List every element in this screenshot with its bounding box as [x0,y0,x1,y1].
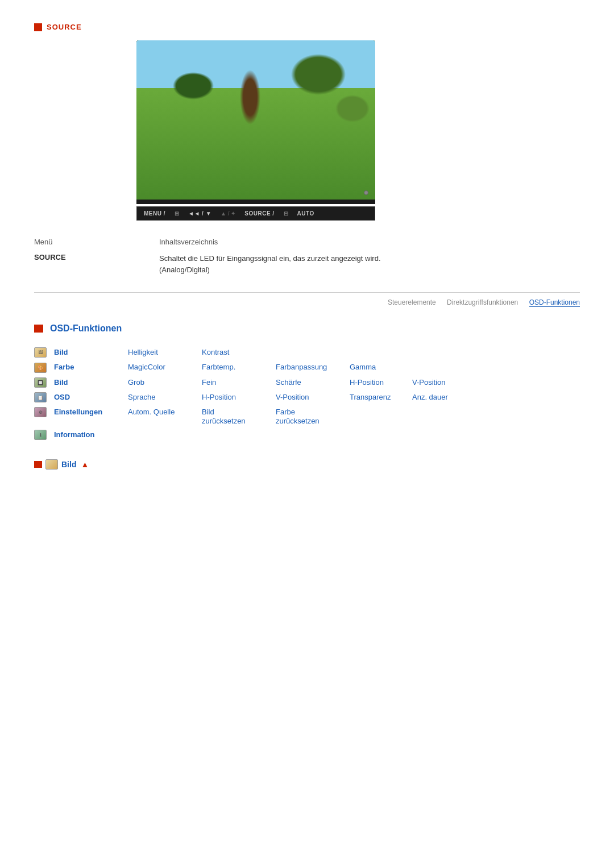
osd-link-bild-zurueck[interactable]: Bildzurücksetzen [202,407,276,425]
bild2-icon: 🔲 [34,377,47,388]
bild-arrow-icon: ▲ [81,460,89,469]
bild-bottom-mini-icon [45,459,58,470]
osd-link-farbe-zurueck[interactable]: Farbezurücksetzen [276,407,350,425]
osd-link-schaerfe[interactable]: Schärfe [276,377,350,387]
ctrl-monitor-icon: ⊟ [284,210,288,217]
source-description-text: Schaltet die LED für Eingangssignal ein,… [159,253,580,275]
ctrl-vol-label: ◄◄ / ▼ [188,210,211,217]
osd-name-bild2: Bild [54,377,128,387]
osd-link-magiccolor[interactable]: MagicColor [128,362,202,371]
ctrl-sep1: ▲ / ✦ [221,210,235,217]
osd-row-information: ℹ Information [34,427,580,442]
osd-link-vposition1[interactable]: V-Position [412,377,475,387]
osd-icon-osd: 📋 [34,392,54,402]
osd-name-farbe: Farbe [54,362,128,371]
osd-row-einstellungen: ⚙ Einstellungen Autom. Quelle Bildzurück… [34,405,580,427]
osd-link-transparenz[interactable]: Transparenz [350,392,412,401]
bild1-icon: 🖼 [34,347,47,358]
osd-link-vposition2[interactable]: V-Position [276,392,350,401]
inhalts-label: Inhaltsverzeichnis [159,238,580,246]
source-header: SOURCE [34,23,580,31]
osd-link-helligkeit[interactable]: Helligkeit [128,347,202,356]
source-icon [34,23,42,31]
osd-name-osd: OSD [54,392,128,401]
osd-link-hposition2[interactable]: H-Position [202,392,276,401]
osd-icon-bild1: 🖼 [34,347,54,358]
monitor-controls-bar: MENU / ⊞ ◄◄ / ▼ ▲ / ✦ SOURCE / ⊟ AUTO [136,206,375,221]
osd-menu-icon: 📋 [34,392,47,402]
osd-section-icon [34,325,43,333]
osd-link-autom-quelle[interactable]: Autom. Quelle [128,407,202,416]
nav-osd[interactable]: OSD-Funktionen [529,298,580,307]
osd-row-bild2: 🔲 Bild Grob Fein Schärfe H-Position V-Po… [34,375,580,390]
source-label: SOURCE [34,253,136,261]
einstellungen-icon: ⚙ [34,407,47,417]
osd-icon-einstellungen: ⚙ [34,407,54,417]
information-icon: ℹ [34,430,47,440]
farbe-icon: 🎨 [34,363,47,373]
monitor-illustration: MENU / ⊞ ◄◄ / ▼ ▲ / ✦ SOURCE / ⊟ AUTO [136,40,375,221]
monitor-screen [136,40,375,200]
osd-name-einstellungen: Einstellungen [54,407,128,416]
nav-direktzugriff[interactable]: Direktzugriffsfunktionen [447,298,518,306]
ctrl-menu-label: MENU / [144,210,165,217]
menu-label: Menü [34,238,136,246]
power-led [364,190,368,195]
osd-icon-farbe: 🎨 [34,362,54,372]
nav-links: Steuerelemente Direktzugriffsfunktionen … [34,292,580,306]
osd-name-bild1: Bild [54,347,128,356]
bild-bottom-link[interactable]: Bild [61,460,76,469]
osd-row-osd: 📋 OSD Sprache H-Position V-Position Tran… [34,390,580,405]
osd-link-kontrast[interactable]: Kontrast [202,347,276,356]
osd-link-fein[interactable]: Fein [202,377,276,387]
osd-row-bild1: 🖼 Bild Helligkeit Kontrast [34,345,580,360]
desc-right: Inhaltsverzeichnis Schaltet die LED für … [159,238,580,275]
osd-link-anzdauer[interactable]: Anz. dauer [412,392,475,401]
ctrl-source-label: SOURCE / [244,210,274,217]
osd-header: OSD-Funktionen [34,323,580,334]
osd-link-farbanpassung[interactable]: Farbanpassung [276,362,350,371]
description-section: Menü SOURCE Inhaltsverzeichnis Schaltet … [34,238,580,275]
nav-steuerelemente[interactable]: Steuerelemente [388,298,436,306]
osd-icon-bild2: 🔲 [34,377,54,388]
osd-link-sprache[interactable]: Sprache [128,392,202,401]
osd-link-grob[interactable]: Grob [128,377,202,387]
osd-section: OSD-Funktionen 🖼 Bild Helligkeit Kontras… [34,323,580,442]
ctrl-grid-icon: ⊞ [175,210,179,217]
osd-title: OSD-Funktionen [50,323,122,334]
monitor-bezel [136,200,375,204]
bild-bottom-square-icon [34,461,42,468]
osd-row-farbe: 🎨 Farbe MagicColor Farbtemp. Farbanpassu… [34,360,580,375]
osd-icon-information: ℹ [34,430,54,440]
ctrl-auto-label: AUTO [297,210,314,217]
bild-bottom-section: Bild ▲ [34,459,580,470]
osd-link-gamma[interactable]: Gamma [350,362,412,371]
osd-link-farbtemp[interactable]: Farbtemp. [202,362,276,371]
osd-name-information[interactable]: Information [54,430,128,439]
desc-left: Menü SOURCE [34,238,136,275]
osd-link-hposition1[interactable]: H-Position [350,377,412,387]
monitor-display-image [136,40,375,200]
source-title: SOURCE [47,23,82,31]
